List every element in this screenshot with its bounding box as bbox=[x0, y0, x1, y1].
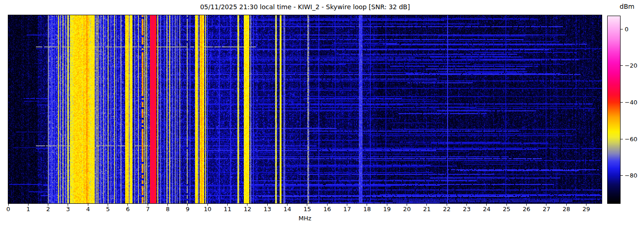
colorbar-tick-label: 0 bbox=[625, 25, 628, 32]
spectrogram-plot bbox=[8, 15, 602, 204]
x-tick-label: 12 bbox=[244, 206, 252, 213]
colorbar-tick-mark bbox=[621, 65, 623, 66]
x-tick-label: 25 bbox=[503, 206, 511, 213]
x-tick-label: 6 bbox=[126, 206, 130, 213]
x-tick-label: 9 bbox=[186, 206, 190, 213]
x-tick-label: 1 bbox=[26, 206, 30, 213]
spectrogram-canvas bbox=[8, 15, 602, 203]
x-tick-label: 28 bbox=[563, 206, 570, 213]
x-tick-label: 20 bbox=[403, 206, 411, 213]
x-tick-label: 17 bbox=[343, 206, 351, 213]
colorbar-tick-mark bbox=[621, 29, 623, 29]
x-tick-label: 14 bbox=[283, 206, 291, 213]
x-tick-label: 16 bbox=[323, 206, 331, 213]
x-tick-label: 10 bbox=[204, 206, 212, 213]
spectrogram-figure: 05/11/2025 21:30 local time - KIWI_2 - S… bbox=[0, 0, 644, 230]
x-tick-label: 22 bbox=[443, 206, 451, 213]
colorbar-tick-mark bbox=[621, 139, 623, 139]
chart-title: 05/11/2025 21:30 local time - KIWI_2 - S… bbox=[8, 3, 602, 11]
x-tick-label: 13 bbox=[264, 206, 271, 213]
x-tick-label: 26 bbox=[523, 206, 530, 213]
colorbar-tick-label: −80 bbox=[625, 172, 637, 179]
x-tick-label: 19 bbox=[383, 206, 391, 213]
colorbar-tick-label: −60 bbox=[625, 135, 637, 142]
colorbar bbox=[607, 16, 621, 204]
x-tick-label: 24 bbox=[483, 206, 491, 213]
x-tick-label: 5 bbox=[106, 206, 110, 213]
colorbar-unit-label: dBm bbox=[620, 3, 634, 10]
x-tick-label: 8 bbox=[166, 206, 170, 213]
x-tick-label: 4 bbox=[86, 206, 90, 213]
x-axis-unit-label: MHz bbox=[8, 215, 602, 222]
x-tick-label: 18 bbox=[363, 206, 371, 213]
x-tick-label: 0 bbox=[6, 206, 10, 213]
colorbar-tick-mark bbox=[621, 102, 623, 103]
x-tick-label: 11 bbox=[224, 206, 231, 213]
x-tick-label: 15 bbox=[304, 206, 311, 213]
x-tick-label: 3 bbox=[66, 206, 70, 213]
colorbar-tick-mark bbox=[621, 175, 623, 176]
x-tick-label: 2 bbox=[46, 206, 50, 213]
x-tick-label: 27 bbox=[543, 206, 551, 213]
x-tick-label: 29 bbox=[582, 206, 590, 213]
x-tick-label: 23 bbox=[463, 206, 471, 213]
colorbar-tick-label: −20 bbox=[625, 62, 637, 69]
colorbar-tick-label: −40 bbox=[625, 99, 637, 106]
colorbar-canvas bbox=[608, 16, 620, 203]
x-tick-label: 7 bbox=[146, 206, 150, 213]
x-tick-label: 21 bbox=[423, 206, 431, 213]
